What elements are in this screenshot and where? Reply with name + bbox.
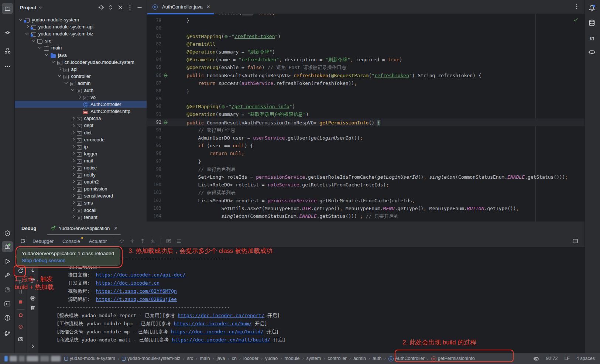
thread-dump-camera-icon[interactable]: [18, 336, 24, 342]
tree-arrow-icon[interactable]: [70, 165, 76, 171]
console-link[interactable]: https://doc.iocoder.cn/report/: [178, 313, 264, 318]
tree-arrow-icon[interactable]: [57, 73, 63, 79]
line-number[interactable]: 100: [147, 181, 161, 189]
debugger-view-tab[interactable]: Debugger: [28, 238, 58, 244]
step-over-icon[interactable]: [117, 236, 127, 246]
tree-arrow-icon[interactable]: [18, 17, 24, 23]
tree-item-sms[interactable]: sms: [15, 199, 147, 206]
line-number[interactable]: 93: [147, 126, 161, 134]
tree-item-mail[interactable]: mail: [15, 157, 147, 164]
tab-close-icon[interactable]: ✕: [206, 4, 210, 10]
tree-item-captcha[interactable]: captcha: [15, 115, 147, 122]
tree-arrow-icon[interactable]: [70, 158, 76, 164]
console-link[interactable]: https://doc.iocoder.cn/mall/build/: [172, 337, 270, 343]
tree-item-notice[interactable]: notice: [15, 164, 147, 171]
line-number[interactable]: 99: [147, 173, 161, 181]
profiler-tool-icon[interactable]: [2, 284, 13, 295]
status-robot-icon[interactable]: [533, 356, 539, 362]
print-icon[interactable]: [30, 295, 36, 301]
step-out-icon[interactable]: [138, 236, 147, 246]
line-number[interactable]: 103: [147, 205, 161, 212]
line-number[interactable]: 94: [147, 134, 161, 142]
breadcrumb-admin[interactable]: admin: [353, 356, 366, 361]
debug-tool-icon[interactable]: [2, 241, 13, 252]
api-endpoint-gutter-icon[interactable]: [161, 72, 169, 79]
collapse-all-icon[interactable]: [116, 3, 124, 11]
commit-tool-icon[interactable]: [2, 27, 13, 38]
breadcrumb-yudao-module-system[interactable]: yudao-module-system: [64, 356, 115, 361]
line-number[interactable]: 101: [147, 189, 161, 196]
breadcrumb-controller[interactable]: controller: [328, 356, 346, 361]
line-number[interactable]: 98: [147, 165, 161, 173]
caret-position[interactable]: 92:72: [546, 356, 558, 361]
line-number[interactable]: 102: [147, 197, 161, 205]
project-title-chevron-icon[interactable]: [38, 5, 44, 11]
tree-arrow-icon[interactable]: [70, 137, 76, 142]
tree-arrow-icon[interactable]: [70, 172, 76, 178]
build-tool-icon[interactable]: [2, 269, 13, 281]
tree-arrow-icon[interactable]: [37, 45, 43, 51]
problems-tool-icon[interactable]: [2, 312, 13, 323]
tree-arrow-icon[interactable]: [44, 52, 50, 58]
line-number[interactable]: 86: [147, 72, 161, 79]
api-endpoint-gutter-icon[interactable]: [161, 119, 169, 126]
line-number[interactable]: 95: [147, 142, 161, 150]
tree-item-java[interactable]: java: [15, 51, 147, 58]
expand-more-chevron-icon[interactable]: [30, 343, 36, 349]
breadcrumb-cn[interactable]: cn: [232, 356, 237, 361]
tree-item-ip[interactable]: ip: [15, 143, 147, 150]
line-number[interactable]: 91: [147, 110, 161, 118]
hide-panel-icon[interactable]: [136, 3, 144, 11]
tree-arrow-icon[interactable]: [70, 144, 76, 150]
layout-settings-icon[interactable]: [570, 236, 580, 246]
line-number[interactable]: 83: [147, 48, 161, 56]
run-to-cursor-icon[interactable]: [148, 236, 158, 246]
line-number[interactable]: 104: [147, 212, 161, 220]
tree-item-logger[interactable]: logger: [15, 150, 147, 157]
tab-authcontroller-java[interactable]: AuthController.java ✕: [147, 0, 214, 14]
locate-file-icon[interactable]: [97, 3, 105, 11]
debug-panel-title[interactable]: Debug: [21, 226, 36, 231]
breadcrumb-java[interactable]: java: [217, 356, 225, 361]
tree-item-api[interactable]: api: [15, 66, 147, 73]
tree-item-tenant[interactable]: tenant: [15, 214, 147, 221]
tree-arrow-icon[interactable]: [70, 214, 76, 220]
breadcrumb-main[interactable]: main: [200, 356, 210, 361]
ai-robot-tool-icon[interactable]: [588, 48, 596, 56]
evaluate-expression-icon[interactable]: [174, 236, 184, 246]
inspection-ok-icon[interactable]: [573, 17, 579, 23]
line-number[interactable]: 97: [147, 158, 161, 165]
breadcrumb-yudao-module-system-biz[interactable]: yudao-module-system-biz: [122, 356, 180, 361]
tree-arrow-icon[interactable]: [70, 130, 76, 135]
line-number[interactable]: 92: [147, 119, 161, 126]
line-number[interactable]: 79: [147, 17, 161, 24]
scroll-to-end-icon[interactable]: [30, 268, 36, 274]
line-ending[interactable]: LF: [564, 356, 570, 361]
debug-session-tab-close-icon[interactable]: ✕: [114, 226, 118, 231]
tree-arrow-icon[interactable]: [70, 151, 76, 157]
line-number[interactable]: 78: [147, 14, 161, 17]
line-number[interactable]: 84: [147, 56, 161, 63]
editor[interactable]: AuthController.java ✕ 78 return success(…: [147, 0, 584, 222]
stop-button-icon[interactable]: [18, 299, 24, 306]
indent-style[interactable]: 4 spaces: [576, 356, 595, 361]
project-panel-title[interactable]: Project: [20, 5, 36, 10]
line-number[interactable]: 81: [147, 32, 161, 40]
version-control-tool-icon[interactable]: [2, 328, 13, 339]
tree-arrow-icon[interactable]: [70, 87, 76, 93]
tree-arrow-icon[interactable]: [70, 193, 76, 199]
structure-tool-icon[interactable]: [2, 45, 13, 56]
expand-all-icon[interactable]: [107, 3, 115, 11]
line-number[interactable]: 82: [147, 40, 161, 48]
code-area[interactable]: 78 return success(data: true);79 }8081 @…: [147, 14, 584, 222]
tree-item-dept[interactable]: dept: [15, 122, 147, 129]
tree-arrow-icon[interactable]: [24, 31, 30, 37]
view-options-icon[interactable]: [164, 236, 174, 246]
tree-item-permission[interactable]: permission: [15, 185, 147, 192]
breadcrumb-system[interactable]: system: [306, 356, 321, 361]
tree-item-errorcode[interactable]: errorcode: [15, 136, 147, 143]
notifications-bell-icon[interactable]: [588, 4, 596, 12]
line-number[interactable]: 88: [147, 87, 161, 95]
tree-item-vo[interactable]: vo: [15, 94, 147, 101]
tree-arrow-icon[interactable]: [51, 59, 56, 65]
